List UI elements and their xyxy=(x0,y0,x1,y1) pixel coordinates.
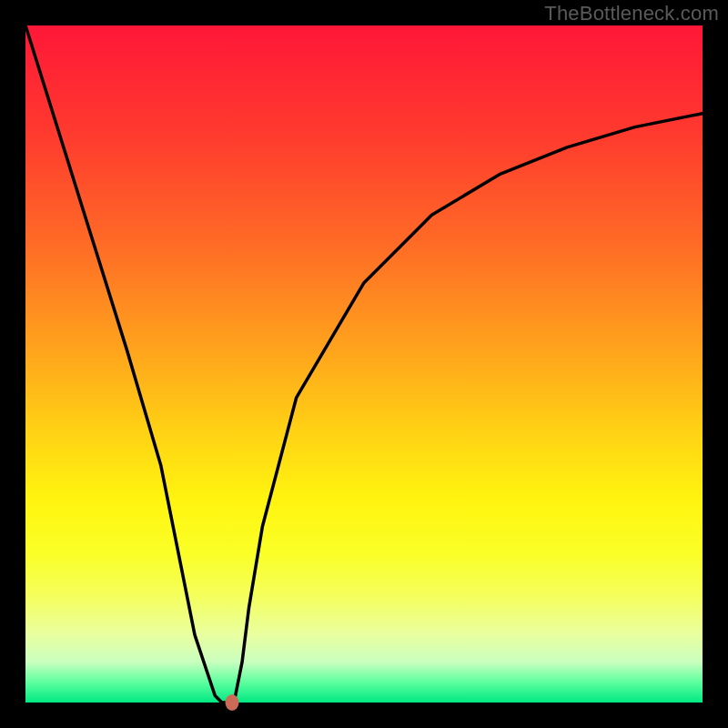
minimum-marker xyxy=(225,694,238,711)
chart-frame: TheBottleneck.com xyxy=(0,0,728,728)
watermark-text: TheBottleneck.com xyxy=(544,2,719,25)
bottleneck-curve xyxy=(25,25,703,703)
plot-area xyxy=(25,25,703,703)
